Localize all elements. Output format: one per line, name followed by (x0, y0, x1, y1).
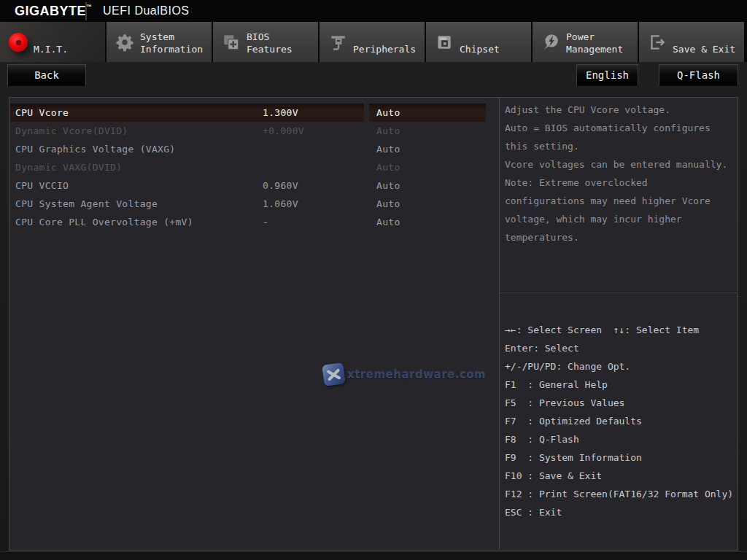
tab-system-information[interactable]: System Information (107, 22, 212, 62)
tab-bar: M.I.T. System Information BIOS Features … (0, 22, 747, 62)
content-area: CPU Vcore 1.300V Auto Dynamic Vcore(DVID… (9, 97, 738, 551)
hotkey-line: F5 : Previous Values (505, 397, 738, 416)
help-panel-divider (500, 292, 739, 293)
help-line: voltage, which may incur higher (505, 214, 737, 232)
setting-option: Auto (376, 107, 400, 118)
setting-option: Auto (376, 180, 400, 191)
setting-row-cpu-vccio[interactable]: CPU VCCIO 0.960V Auto (9, 176, 499, 195)
setting-row-dynamic-vaxg: Dynamic VAXG(DVID) Auto (9, 158, 499, 176)
setting-value: 1.300V (263, 107, 298, 118)
tab-label: Chipset (460, 43, 500, 56)
tab-label: System Information (140, 31, 209, 56)
bottom-strip (0, 551, 747, 560)
setting-row-cpu-core-pll[interactable]: CPU Core PLL Overvoltage (+mV) - Auto (9, 213, 499, 231)
setting-label: Dynamic Vcore(DVID) (15, 125, 128, 136)
tab-peripherals[interactable]: Peripherals (320, 22, 425, 62)
setting-label: CPU Core PLL Overvoltage (+mV) (15, 217, 193, 228)
help-line: Note: Extreme overclocked (505, 177, 737, 195)
tab-mit[interactable]: M.I.T. (0, 22, 105, 62)
xtremehardware-x-icon (322, 362, 346, 386)
hotkey-line: F9 : System Information (505, 452, 738, 470)
setting-row-cpu-system-agent[interactable]: CPU System Agent Voltage 1.060V Auto (9, 195, 499, 213)
brand-text: GIGABYTE (15, 4, 86, 18)
tab-label: BIOS Features (247, 31, 315, 56)
hotkey-line: F7 : Optimized Defaults (505, 416, 738, 434)
tab-save-exit[interactable]: Save & Exit (639, 22, 744, 62)
setting-label: Dynamic VAXG(DVID) (15, 162, 122, 173)
mit-red-dot-icon (9, 33, 28, 52)
setting-value: 0.960V (263, 180, 298, 191)
top-bar: GIGABYTE™ UEFI DualBIOS (0, 0, 747, 22)
page-title: UEFI DualBIOS (103, 4, 190, 18)
topbar-divider (85, 2, 87, 20)
tab-bios-features[interactable]: BIOS Features (213, 22, 318, 62)
tab-label: Power Management (566, 31, 635, 56)
help-line: configurations may need higher Vcore (505, 195, 737, 214)
tab-chipset[interactable]: Chipset (426, 22, 531, 62)
setting-label: CPU Graphics Voltage (VAXG) (15, 144, 175, 155)
help-panel: Adjust the CPU Vcore voltage. Auto = BIO… (499, 98, 738, 550)
setting-label: CPU VCCIO (15, 180, 69, 191)
hotkey-line: ESC : Exit (505, 507, 738, 525)
help-line: Auto = BIOS automatically configures (505, 122, 737, 141)
exit-door-icon (648, 33, 667, 52)
pages-plus-icon (222, 33, 241, 52)
gigabyte-logo: GIGABYTE™ (15, 4, 93, 19)
bios-screen: GIGABYTE™ UEFI DualBIOS M.I.T. System In… (0, 0, 747, 560)
hotkey-legend: →←: Select Screen ↑↓: Select Item Enter:… (505, 324, 738, 525)
tab-label: Save & Exit (673, 43, 735, 56)
gear-icon (115, 33, 134, 52)
help-line: temperatures. (505, 232, 737, 250)
chip-icon (435, 33, 454, 52)
setting-value: - (263, 217, 268, 228)
setting-option: Auto (376, 162, 400, 173)
hotkey-line: F10 : Save & Exit (505, 470, 738, 489)
hotkey-line: →←: Select Screen ↑↓: Select Item (505, 324, 738, 343)
hotkey-line: F12 : Print Screen(FAT16/32 Format Only) (505, 489, 738, 507)
watermark: xtremehardware.com (323, 364, 486, 385)
back-button[interactable]: Back (7, 64, 86, 86)
setting-option: Auto (376, 198, 400, 209)
setting-row-dynamic-vcore: Dynamic Vcore(DVID) +0.000V Auto (9, 122, 499, 140)
power-bolt-icon (541, 33, 560, 52)
hotkey-line: Enter: Select (505, 343, 738, 361)
settings-panel: CPU Vcore 1.300V Auto Dynamic Vcore(DVID… (9, 98, 499, 550)
watermark-text: xtremehardware.com (347, 368, 486, 381)
peripheral-icon (328, 33, 347, 52)
setting-label: CPU Vcore (15, 107, 69, 118)
setting-option: Auto (376, 144, 400, 155)
setting-row-cpu-vcore[interactable]: CPU Vcore 1.300V Auto (9, 104, 499, 122)
help-line: this setting. (505, 141, 737, 159)
qflash-button[interactable]: Q-Flash (659, 64, 738, 86)
hotkey-line: +/-/PU/PD: Change Opt. (505, 361, 738, 379)
trademark: ™ (86, 4, 93, 10)
language-button[interactable]: English (576, 64, 638, 86)
tab-label: Peripherals (353, 43, 416, 56)
help-line: Vcore voltages can be entered manually. (505, 159, 737, 177)
setting-row-cpu-graphics-voltage[interactable]: CPU Graphics Voltage (VAXG) Auto (9, 140, 499, 158)
setting-value: 1.060V (263, 198, 298, 209)
tab-label: M.I.T. (34, 43, 68, 56)
hotkey-line: F8 : Q-Flash (505, 434, 738, 452)
hotkey-line: F1 : General Help (505, 379, 738, 397)
setting-option: Auto (376, 217, 400, 228)
setting-label: CPU System Agent Voltage (15, 198, 158, 209)
help-description: Adjust the CPU Vcore voltage. Auto = BIO… (505, 104, 737, 250)
help-line: Adjust the CPU Vcore voltage. (505, 104, 737, 122)
settings-list: CPU Vcore 1.300V Auto Dynamic Vcore(DVID… (9, 104, 499, 231)
setting-value: +0.000V (263, 125, 304, 136)
tab-power-management[interactable]: Power Management (533, 22, 638, 62)
setting-option: Auto (376, 125, 400, 136)
